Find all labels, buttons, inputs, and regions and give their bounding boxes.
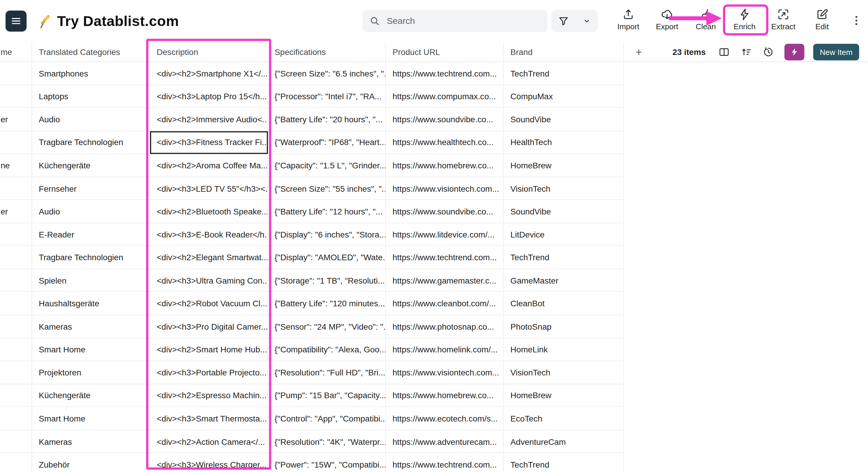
cell-description[interactable]: <div><h3>Smart Thermosta... (150, 407, 268, 430)
cell-description[interactable]: <div><h3>LED TV 55"</h3><... (150, 177, 268, 200)
cell-product-url[interactable]: https://www.cleanbot.com/... (386, 292, 504, 315)
cell-specifications[interactable]: {"Compatibility": "Alexa, Goo... (268, 338, 386, 361)
cell-translated-category[interactable]: Smart Home (32, 407, 150, 430)
cell-product-url[interactable]: https://www.techtrend.com... (386, 62, 504, 85)
extract-button[interactable]: Extract (764, 6, 803, 38)
cell-specifications[interactable]: {"Sensor": "24 MP", "Video": "... (268, 315, 386, 338)
cell-name-partial[interactable]: er (0, 108, 32, 131)
cell-name-partial[interactable] (0, 131, 32, 154)
cell-brand[interactable]: TechTrend (504, 246, 624, 269)
table-row[interactable]: Smartphones<div><h2>Smartphone X1</...{"… (0, 62, 624, 85)
table-row[interactable]: Laptops<div><h3>Laptop Pro 15</h...{"Pro… (0, 85, 624, 108)
cell-brand[interactable]: AdventureCam (504, 430, 624, 453)
cell-description[interactable]: <div><h2>Smartphone X1</... (150, 62, 268, 85)
column-header-specifications[interactable]: Specifications (268, 42, 386, 62)
add-column-button[interactable]: + (631, 45, 646, 59)
cell-specifications[interactable]: {"Resolution": "4K", "Waterpr... (268, 430, 386, 453)
cell-translated-category[interactable]: Tragbare Technologien (32, 246, 150, 269)
more-menu-button[interactable] (848, 13, 865, 29)
cell-description[interactable]: <div><h2>Bluetooth Speake... (150, 200, 268, 223)
cell-product-url[interactable]: https://www.adventurecam... (386, 430, 504, 453)
cell-brand[interactable]: HomeLink (504, 338, 624, 361)
new-item-button[interactable]: New Item (813, 43, 859, 60)
filter-button[interactable] (556, 14, 570, 28)
table-row[interactable]: Kameras<div><h3>Pro Digital Camer...{"Se… (0, 315, 624, 338)
cell-specifications[interactable]: {"Resolution": "Full HD", "Bri... (268, 361, 386, 384)
cell-translated-category[interactable]: Spielen (32, 269, 150, 292)
cell-specifications[interactable]: {"Storage": "1 TB", "Resoluti... (268, 269, 386, 292)
cell-product-url[interactable]: https://www.litdevice.com/... (386, 223, 504, 246)
cell-product-url[interactable]: https://www.techtrend.com... (386, 453, 504, 472)
cell-specifications[interactable]: {"Battery Life": "120 minutes... (268, 292, 386, 315)
cell-brand[interactable]: VisionTech (504, 177, 624, 200)
cell-specifications[interactable]: {"Capacity": "1.5 L", "Grinder... (268, 154, 386, 177)
table-row[interactable]: Kameras<div><h2>Action Camera</...{"Reso… (0, 430, 624, 453)
cell-product-url[interactable]: https://www.photosnap.co... (386, 315, 504, 338)
cell-brand[interactable]: GameMaster (504, 269, 624, 292)
cell-brand[interactable]: HealthTech (504, 131, 624, 154)
cell-translated-category[interactable]: Haushaltsgeräte (32, 292, 150, 315)
cell-name-partial[interactable] (0, 453, 32, 472)
cell-name-partial[interactable]: ne (0, 154, 32, 177)
cell-specifications[interactable]: {"Power": "15W", "Compatibi... (268, 453, 386, 472)
cell-description[interactable]: <div><h3>Pro Digital Camer... (150, 315, 268, 338)
cell-translated-category[interactable]: E-Reader (32, 223, 150, 246)
cell-name-partial[interactable] (0, 430, 32, 453)
cell-brand[interactable]: CompuMax (504, 85, 624, 108)
cell-description[interactable]: <div><h2>Immersive Audio<... (150, 108, 268, 131)
cell-translated-category[interactable]: Audio (32, 200, 150, 223)
column-header-name-partial[interactable]: me (0, 42, 32, 62)
cell-name-partial[interactable] (0, 361, 32, 384)
filter-dropdown-button[interactable] (580, 14, 593, 28)
cell-name-partial[interactable] (0, 269, 32, 292)
cell-product-url[interactable]: https://www.healthtech.co... (386, 131, 504, 154)
cell-product-url[interactable]: https://www.ecotech.com/s... (386, 407, 504, 430)
cell-brand[interactable]: CleanBot (504, 292, 624, 315)
cell-translated-category[interactable]: Küchengeräte (32, 384, 150, 407)
cell-brand[interactable]: HomeBrew (504, 384, 624, 407)
cell-name-partial[interactable] (0, 315, 32, 338)
table-row[interactable]: neKüchengeräte<div><h2>Aroma Coffee Ma..… (0, 154, 624, 177)
cell-translated-category[interactable]: Audio (32, 108, 150, 131)
table-row[interactable]: Tragbare Technologien<div><h3>Fitness Tr… (0, 131, 624, 154)
cell-name-partial[interactable] (0, 177, 32, 200)
cell-description[interactable]: <div><h2>Smart Home Hub... (150, 338, 268, 361)
cell-brand[interactable]: LitDevice (504, 223, 624, 246)
search-input[interactable] (386, 16, 541, 27)
cell-description[interactable]: <div><h2>Action Camera</... (150, 430, 268, 453)
cell-brand[interactable]: PhotoSnap (504, 315, 624, 338)
cell-translated-category[interactable]: Küchengeräte (32, 154, 150, 177)
table-row[interactable]: erAudio<div><h2>Bluetooth Speake...{"Bat… (0, 200, 624, 223)
cell-specifications[interactable]: {"Waterproof": "IP68", "Heart... (268, 131, 386, 154)
table-row[interactable]: Fernseher<div><h3>LED TV 55"</h3><...{"S… (0, 177, 624, 200)
cell-specifications[interactable]: {"Pump": "15 Bar", "Capacity... (268, 384, 386, 407)
cell-name-partial[interactable] (0, 407, 32, 430)
cell-translated-category[interactable]: Fernseher (32, 177, 150, 200)
cell-name-partial[interactable]: er (0, 200, 32, 223)
cell-product-url[interactable]: https://www.techtrend.com... (386, 246, 504, 269)
columns-view-button[interactable] (716, 43, 732, 60)
table-row[interactable]: Smart Home<div><h2>Smart Home Hub...{"Co… (0, 338, 624, 361)
cell-description[interactable]: <div><h3>Portable Projecto... (150, 361, 268, 384)
cell-translated-category[interactable]: Smart Home (32, 338, 150, 361)
cell-specifications[interactable]: {"Display": "AMOLED", "Wate... (268, 246, 386, 269)
cell-translated-category[interactable]: Projektoren (32, 361, 150, 384)
table-row[interactable]: Tragbare Technologien<div><h2>Elegant Sm… (0, 246, 624, 269)
cell-translated-category[interactable]: Kameras (32, 315, 150, 338)
cell-name-partial[interactable] (0, 223, 32, 246)
sort-button[interactable] (738, 43, 754, 60)
table-row[interactable]: Haushaltsgeräte<div><h2>Robot Vacuum Cl.… (0, 292, 624, 315)
cell-description[interactable]: <div><h3>Wireless Charger... (150, 453, 268, 472)
table-row[interactable]: Projektoren<div><h3>Portable Projecto...… (0, 361, 624, 384)
cell-specifications[interactable]: {"Control": "App", "Compatibi... (268, 407, 386, 430)
cell-translated-category[interactable]: Laptops (32, 85, 150, 108)
import-button[interactable]: Import (609, 6, 648, 38)
cell-description[interactable]: <div><h3>Laptop Pro 15</h... (150, 85, 268, 108)
cell-description[interactable]: <div><h3>E-Book Reader</h... (150, 223, 268, 246)
cell-translated-category[interactable]: Kameras (32, 430, 150, 453)
cell-specifications[interactable]: {"Screen Size": "55 inches", "... (268, 177, 386, 200)
cell-description[interactable]: <div><h2>Robot Vacuum Cl... (150, 292, 268, 315)
column-header-brand[interactable]: Brand (504, 42, 624, 62)
table-row[interactable]: erAudio<div><h2>Immersive Audio<...{"Bat… (0, 108, 624, 131)
cell-specifications[interactable]: {"Display": "6 inches", "Stora... (268, 223, 386, 246)
